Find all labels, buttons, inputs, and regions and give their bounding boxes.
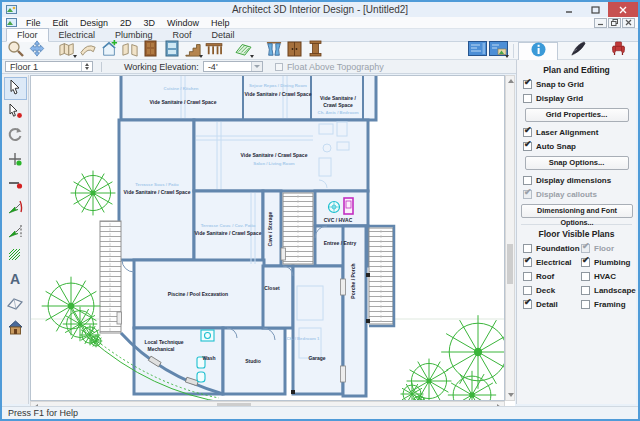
cursor-icon: [7, 79, 23, 99]
railing-icon: [205, 41, 223, 60]
zoom-tool-button[interactable]: [5, 42, 26, 59]
curtain-tool-button[interactable]: [263, 42, 284, 59]
door-tool-button[interactable]: [140, 42, 161, 59]
dimensioning-font-options-button[interactable]: Dimensioning and Font Options...: [521, 204, 633, 218]
canvas-area: Cuisine / Kitchen Sejour Repas / Dining …: [30, 75, 515, 411]
window-tool-button[interactable]: [161, 42, 182, 59]
checkbox-label: Display callouts: [536, 190, 597, 199]
floor-visible-plans-title: Floor Visible Plans: [521, 229, 632, 239]
checkbox-label: Deck: [536, 286, 555, 295]
menu-window[interactable]: Window: [161, 18, 205, 28]
cursor-node-icon: [7, 103, 23, 123]
floor-plan: Cuisine / Kitchen Sejour Repas / Dining …: [31, 76, 505, 401]
checkbox-auto-snap[interactable]: ✔ Auto Snap: [523, 142, 632, 151]
checkbox-deck[interactable]: Deck: [523, 286, 579, 295]
menu-help[interactable]: Help: [205, 18, 236, 28]
checkbox-framing[interactable]: Framing: [581, 300, 633, 309]
floor-visible-plans-grid: Foundation ✔ Floor ✔ Electrical ✔ Plumbi…: [521, 244, 632, 314]
plan-view-button[interactable]: [467, 42, 488, 59]
pan-tool-button[interactable]: [26, 42, 47, 59]
extend-tool-button[interactable]: [4, 221, 27, 244]
add-room-icon: [100, 40, 118, 61]
stairs-tool-button[interactable]: [182, 42, 203, 59]
curved-wall-tool-button[interactable]: [77, 42, 98, 59]
curtain-icon: [266, 41, 282, 61]
trim-tool-button[interactable]: [4, 197, 27, 220]
checkbox-label: Roof: [536, 272, 554, 281]
hatch-tool-button[interactable]: [4, 245, 27, 268]
column-tool-button[interactable]: [305, 42, 326, 59]
vertical-scroll-thumb[interactable]: [507, 244, 513, 284]
mdi-minimize-button[interactable]: [594, 18, 607, 28]
roof-tool-button[interactable]: [233, 42, 254, 59]
mdi-restore-button[interactable]: [608, 18, 621, 28]
checkbox-laser-alignment[interactable]: ✔ Laser Alignment: [523, 128, 632, 137]
grid-properties-button[interactable]: Grid Properties...: [525, 108, 629, 122]
scroll-up-icon: [508, 79, 514, 83]
plan-editing-panel: Plan and Editing ✔ Snap to Grid Display …: [516, 60, 636, 404]
remove-wall-button[interactable]: [119, 42, 140, 59]
extend-icon: [7, 223, 23, 243]
working-elevation-value: -4': [208, 62, 218, 72]
render-view-button[interactable]: [488, 42, 509, 59]
maximize-button[interactable]: [582, 2, 608, 17]
wall-tool-button[interactable]: [56, 42, 77, 59]
furniture-panel-tab[interactable]: [598, 42, 638, 60]
checkbox-snap-to-grid[interactable]: ✔ Snap to Grid: [523, 80, 632, 89]
checkbox-floor: ✔ Floor: [581, 244, 633, 253]
menu-2d[interactable]: 2D: [114, 18, 138, 28]
main-toolbar: [2, 42, 638, 60]
checkbox-landscape[interactable]: Landscape: [581, 286, 633, 295]
checkbox-plumbing[interactable]: ✔ Plumbing: [581, 258, 633, 267]
menu-edit[interactable]: Edit: [47, 18, 75, 28]
working-elevation-input[interactable]: -4': [203, 61, 263, 72]
ghost-room-label: Terrasse Sous / Patio: [135, 182, 179, 187]
snap-options-button[interactable]: Snap Options...: [525, 156, 629, 170]
add-point-tool-button[interactable]: [4, 149, 27, 172]
close-button[interactable]: [608, 2, 638, 17]
app-window: Architect 3D Interior Design - [Untitled…: [0, 0, 640, 421]
curved-wall-icon: [79, 41, 97, 61]
house-tool-button[interactable]: [4, 317, 27, 340]
checkbox-display-grid[interactable]: Display Grid: [523, 94, 632, 103]
checkmark: ✔: [582, 255, 590, 265]
minimize-button[interactable]: [556, 2, 582, 17]
cabinet-tool-button[interactable]: [284, 42, 305, 59]
info-panel-tab[interactable]: [518, 42, 558, 60]
rotate-tool-button[interactable]: [4, 125, 27, 148]
split-tool-button[interactable]: [4, 173, 27, 196]
tab-electrical[interactable]: Electrical: [49, 29, 106, 41]
floor-spinner[interactable]: [81, 62, 92, 71]
floor-selector[interactable]: Floor 1: [5, 61, 93, 72]
room-label: CVC / HVAC: [324, 217, 353, 223]
checkbox-label: Electrical: [536, 258, 572, 267]
select-tool-button[interactable]: [4, 77, 27, 100]
mdi-close-button[interactable]: [622, 18, 635, 28]
vertical-scrollbar[interactable]: [505, 75, 515, 401]
drawing-area[interactable]: Cuisine / Kitchen Sejour Repas / Dining …: [30, 75, 505, 401]
float-above-topography-checkbox[interactable]: Float Above Topography: [275, 62, 384, 72]
checkbox-display-dimensions[interactable]: Display dimensions: [523, 176, 632, 185]
menu-3d[interactable]: 3D: [138, 18, 162, 28]
room-label: Vide Sanitaire /: [320, 95, 356, 101]
checkbox-electrical[interactable]: ✔ Electrical: [523, 258, 579, 267]
options-row: Floor 1 Working Elevation: -4' Float Abo…: [2, 60, 518, 74]
node-edit-tool-button[interactable]: [4, 101, 27, 124]
checkbox-hvac[interactable]: HVAC: [581, 272, 633, 281]
checkbox-detail[interactable]: ✔ Detail: [523, 300, 579, 309]
menu-file[interactable]: File: [20, 18, 47, 28]
surface-tool-button[interactable]: [4, 293, 27, 316]
hatch-icon: [7, 247, 23, 267]
checkbox-foundation[interactable]: Foundation: [523, 244, 579, 253]
menu-design[interactable]: Design: [74, 18, 114, 28]
tab-detail[interactable]: Detail: [202, 29, 245, 41]
room-label: Mechanical: [148, 346, 176, 352]
add-room-button[interactable]: [98, 42, 119, 59]
railing-tool-button[interactable]: [203, 42, 224, 59]
text-tool-button[interactable]: A: [4, 269, 27, 292]
pen-panel-tab[interactable]: [558, 42, 598, 60]
chair-icon: [611, 41, 626, 60]
room-label: Crawl Space: [323, 102, 353, 108]
checkbox-roof[interactable]: Roof: [523, 272, 579, 281]
ghost-room-label: Ch. / Bedroom 1: [287, 336, 321, 341]
